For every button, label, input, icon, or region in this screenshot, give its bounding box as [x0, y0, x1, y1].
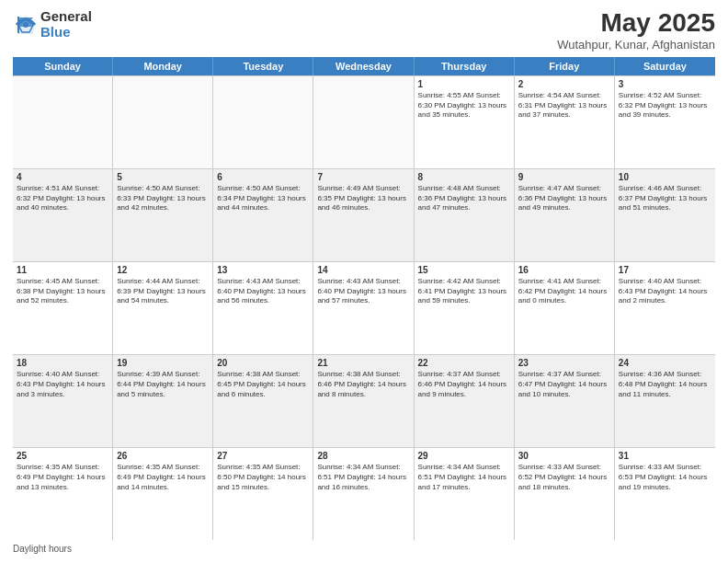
- cell-daylight-text: Sunrise: 4:40 AM Sunset: 6:43 PM Dayligh…: [619, 277, 711, 306]
- header: General Blue May 2025 Wutahpur, Kunar, A…: [13, 9, 715, 52]
- cal-cell: [13, 76, 113, 168]
- title-block: May 2025 Wutahpur, Kunar, Afghanistan: [557, 9, 715, 52]
- cell-daylight-text: Sunrise: 4:35 AM Sunset: 6:49 PM Dayligh…: [117, 463, 209, 492]
- day-number: 15: [418, 265, 510, 275]
- day-number: 26: [117, 451, 209, 461]
- day-number: 8: [418, 172, 510, 182]
- cal-cell: 26Sunrise: 4:35 AM Sunset: 6:49 PM Dayli…: [113, 448, 213, 540]
- cal-header-friday: Friday: [515, 57, 615, 75]
- day-number: 6: [217, 172, 309, 182]
- cal-cell: 31Sunrise: 4:33 AM Sunset: 6:53 PM Dayli…: [615, 448, 715, 540]
- day-number: 12: [117, 265, 209, 275]
- day-number: 18: [17, 358, 108, 368]
- cal-header-wednesday: Wednesday: [313, 57, 414, 75]
- cell-daylight-text: Sunrise: 4:40 AM Sunset: 6:43 PM Dayligh…: [17, 370, 108, 399]
- page: General Blue May 2025 Wutahpur, Kunar, A…: [0, 0, 728, 563]
- cal-header-monday: Monday: [113, 57, 213, 75]
- cell-daylight-text: Sunrise: 4:50 AM Sunset: 6:33 PM Dayligh…: [117, 184, 209, 213]
- cell-daylight-text: Sunrise: 4:55 AM Sunset: 6:30 PM Dayligh…: [418, 91, 510, 121]
- day-number: 16: [518, 265, 610, 275]
- day-number: 29: [418, 451, 510, 461]
- cal-cell: 14Sunrise: 4:43 AM Sunset: 6:40 PM Dayli…: [313, 262, 414, 354]
- cal-cell: 29Sunrise: 4:34 AM Sunset: 6:51 PM Dayli…: [415, 448, 515, 540]
- cal-cell: 3Sunrise: 4:52 AM Sunset: 6:32 PM Daylig…: [615, 76, 715, 168]
- cal-cell: 16Sunrise: 4:41 AM Sunset: 6:42 PM Dayli…: [515, 262, 615, 354]
- day-number: 9: [518, 172, 610, 182]
- cell-daylight-text: Sunrise: 4:44 AM Sunset: 6:39 PM Dayligh…: [117, 277, 209, 306]
- cal-header-sunday: Sunday: [13, 57, 113, 75]
- day-number: 7: [317, 172, 409, 182]
- day-number: 11: [17, 265, 108, 275]
- cal-cell: 6Sunrise: 4:50 AM Sunset: 6:34 PM Daylig…: [213, 169, 313, 261]
- day-number: 23: [518, 358, 610, 368]
- cell-daylight-text: Sunrise: 4:50 AM Sunset: 6:34 PM Dayligh…: [217, 184, 309, 213]
- cell-daylight-text: Sunrise: 4:51 AM Sunset: 6:32 PM Dayligh…: [17, 184, 108, 213]
- subtitle: Wutahpur, Kunar, Afghanistan: [557, 38, 715, 52]
- footer: Daylight hours: [13, 544, 715, 554]
- cal-cell: 8Sunrise: 4:48 AM Sunset: 6:36 PM Daylig…: [415, 169, 515, 261]
- cal-cell: 27Sunrise: 4:35 AM Sunset: 6:50 PM Dayli…: [213, 448, 313, 540]
- cell-daylight-text: Sunrise: 4:37 AM Sunset: 6:46 PM Dayligh…: [418, 370, 510, 399]
- cell-daylight-text: Sunrise: 4:35 AM Sunset: 6:50 PM Dayligh…: [217, 463, 309, 492]
- cell-daylight-text: Sunrise: 4:48 AM Sunset: 6:36 PM Dayligh…: [418, 184, 510, 213]
- cell-daylight-text: Sunrise: 4:43 AM Sunset: 6:40 PM Dayligh…: [217, 277, 309, 306]
- cal-header-tuesday: Tuesday: [213, 57, 313, 75]
- day-number: 5: [117, 172, 209, 182]
- cal-cell: 2Sunrise: 4:54 AM Sunset: 6:31 PM Daylig…: [515, 76, 615, 168]
- main-title: May 2025: [557, 9, 715, 38]
- cal-cell: 1Sunrise: 4:55 AM Sunset: 6:30 PM Daylig…: [415, 76, 515, 168]
- logo: General Blue: [13, 9, 92, 40]
- cell-daylight-text: Sunrise: 4:38 AM Sunset: 6:46 PM Dayligh…: [317, 370, 409, 399]
- day-number: 21: [317, 358, 409, 368]
- day-number: 28: [317, 451, 409, 461]
- cell-daylight-text: Sunrise: 4:42 AM Sunset: 6:41 PM Dayligh…: [418, 277, 510, 306]
- cal-cell: 15Sunrise: 4:42 AM Sunset: 6:41 PM Dayli…: [415, 262, 515, 354]
- cal-cell: 21Sunrise: 4:38 AM Sunset: 6:46 PM Dayli…: [313, 355, 414, 447]
- cal-header-saturday: Saturday: [615, 57, 715, 75]
- day-number: 1: [418, 79, 510, 89]
- cell-daylight-text: Sunrise: 4:47 AM Sunset: 6:36 PM Dayligh…: [518, 184, 610, 213]
- cell-daylight-text: Sunrise: 4:36 AM Sunset: 6:48 PM Dayligh…: [619, 370, 711, 399]
- logo-text: General Blue: [40, 9, 92, 40]
- cal-cell: [313, 76, 414, 168]
- day-number: 30: [518, 451, 610, 461]
- cal-cell: 17Sunrise: 4:40 AM Sunset: 6:43 PM Dayli…: [615, 262, 715, 354]
- cell-daylight-text: Sunrise: 4:43 AM Sunset: 6:40 PM Dayligh…: [317, 277, 409, 306]
- svg-rect-3: [17, 17, 19, 33]
- cal-cell: 25Sunrise: 4:35 AM Sunset: 6:49 PM Dayli…: [13, 448, 113, 540]
- logo-general-text: General: [40, 9, 92, 25]
- day-number: 31: [619, 451, 711, 461]
- cal-cell: 22Sunrise: 4:37 AM Sunset: 6:46 PM Dayli…: [415, 355, 515, 447]
- day-number: 27: [217, 451, 309, 461]
- calendar-week-4: 18Sunrise: 4:40 AM Sunset: 6:43 PM Dayli…: [13, 355, 715, 448]
- calendar-week-1: 1Sunrise: 4:55 AM Sunset: 6:30 PM Daylig…: [13, 76, 715, 169]
- cell-daylight-text: Sunrise: 4:39 AM Sunset: 6:44 PM Dayligh…: [117, 370, 209, 399]
- cell-daylight-text: Sunrise: 4:49 AM Sunset: 6:35 PM Dayligh…: [317, 184, 409, 213]
- day-number: 19: [117, 358, 209, 368]
- calendar-week-3: 11Sunrise: 4:45 AM Sunset: 6:38 PM Dayli…: [13, 262, 715, 355]
- cell-daylight-text: Sunrise: 4:45 AM Sunset: 6:38 PM Dayligh…: [17, 277, 108, 306]
- cal-cell: 24Sunrise: 4:36 AM Sunset: 6:48 PM Dayli…: [615, 355, 715, 447]
- cal-cell: 9Sunrise: 4:47 AM Sunset: 6:36 PM Daylig…: [515, 169, 615, 261]
- cell-daylight-text: Sunrise: 4:46 AM Sunset: 6:37 PM Dayligh…: [619, 184, 711, 213]
- calendar-week-5: 25Sunrise: 4:35 AM Sunset: 6:49 PM Dayli…: [13, 448, 715, 540]
- day-number: 4: [17, 172, 108, 182]
- calendar: SundayMondayTuesdayWednesdayThursdayFrid…: [13, 57, 715, 540]
- calendar-body: 1Sunrise: 4:55 AM Sunset: 6:30 PM Daylig…: [13, 75, 715, 540]
- cal-cell: 28Sunrise: 4:34 AM Sunset: 6:51 PM Dayli…: [313, 448, 414, 540]
- cal-cell: 19Sunrise: 4:39 AM Sunset: 6:44 PM Dayli…: [113, 355, 213, 447]
- cell-daylight-text: Sunrise: 4:38 AM Sunset: 6:45 PM Dayligh…: [217, 370, 309, 399]
- cal-cell: 18Sunrise: 4:40 AM Sunset: 6:43 PM Dayli…: [13, 355, 113, 447]
- cal-cell: 10Sunrise: 4:46 AM Sunset: 6:37 PM Dayli…: [615, 169, 715, 261]
- cell-daylight-text: Sunrise: 4:37 AM Sunset: 6:47 PM Dayligh…: [518, 370, 610, 399]
- cell-daylight-text: Sunrise: 4:34 AM Sunset: 6:51 PM Dayligh…: [317, 463, 409, 492]
- calendar-header: SundayMondayTuesdayWednesdayThursdayFrid…: [13, 57, 715, 75]
- logo-blue-text: Blue: [40, 25, 92, 40]
- cell-daylight-text: Sunrise: 4:33 AM Sunset: 6:52 PM Dayligh…: [518, 463, 610, 492]
- logo-icon: [13, 12, 39, 38]
- cal-header-thursday: Thursday: [415, 57, 515, 75]
- cal-cell: [213, 76, 313, 168]
- day-number: 3: [619, 79, 711, 89]
- daylight-label: Daylight hours: [13, 544, 72, 554]
- cal-cell: 13Sunrise: 4:43 AM Sunset: 6:40 PM Dayli…: [213, 262, 313, 354]
